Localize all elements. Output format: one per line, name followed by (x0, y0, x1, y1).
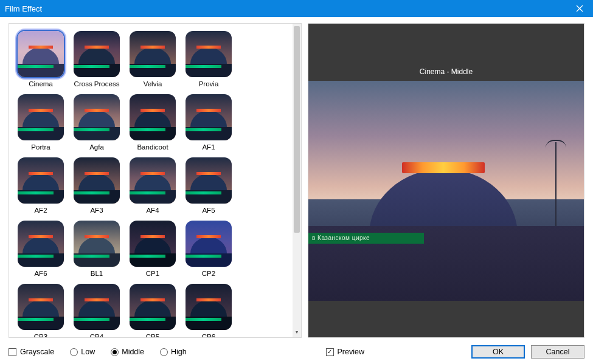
checkbox-icon: ✓ (326, 348, 334, 356)
close-icon (576, 5, 583, 12)
filter-label: Provia (181, 80, 237, 88)
filter-cell[interactable]: AF4 (125, 155, 181, 215)
filter-thumbnail (128, 219, 177, 268)
filter-cell[interactable]: Agfa (69, 92, 125, 151)
preview-image: в Казанском цирке (308, 81, 584, 301)
filter-grid: CinemaCross ProcessVelviaProviaPortraAgf… (9, 24, 293, 337)
checkbox-icon (9, 348, 16, 356)
filter-cell[interactable]: CP5 (125, 281, 181, 337)
filter-grid-panel: CinemaCross ProcessVelviaProviaPortraAgf… (9, 23, 302, 338)
filter-thumbnail (16, 283, 65, 331)
filter-label: Agfa (69, 143, 125, 151)
filter-cell[interactable]: Velvia (125, 29, 181, 88)
title-bar: Film Effect (0, 0, 593, 17)
intensity-middle-label: Middle (122, 348, 144, 356)
filter-label: BL1 (69, 269, 125, 278)
bottom-toolbar: Grayscale Low Middle High ✓ Preview OK C… (9, 345, 584, 359)
filter-label: AF5 (181, 206, 237, 215)
filter-thumbnail (72, 93, 121, 142)
filter-thumbnail (128, 283, 177, 331)
filter-thumbnail (16, 156, 65, 205)
filter-label: Velvia (125, 80, 181, 88)
client-area: CinemaCross ProcessVelviaProviaPortraAgf… (0, 17, 593, 364)
filter-label: AF2 (13, 206, 69, 215)
filter-cell[interactable]: AF3 (69, 155, 125, 215)
preview-caption: Cinema - Middle (420, 67, 473, 76)
filter-thumbnail (184, 219, 233, 268)
filter-label: CP2 (181, 269, 237, 278)
filter-label: Cross Process (69, 80, 125, 88)
close-button[interactable] (566, 0, 593, 17)
preview-checkbox[interactable]: ✓ Preview (326, 348, 364, 356)
cancel-button[interactable]: Cancel (531, 345, 584, 359)
filter-label: CP3 (13, 332, 69, 337)
intensity-high-radio[interactable]: High (160, 348, 187, 356)
filter-thumbnail (128, 156, 177, 205)
filter-cell[interactable]: CP3 (13, 281, 69, 337)
filter-thumbnail (72, 156, 121, 205)
grayscale-checkbox[interactable]: Grayscale (9, 348, 54, 356)
filter-thumbnail (184, 283, 233, 331)
filter-thumbnail (184, 30, 233, 78)
filter-label: Cinema (13, 80, 69, 88)
filter-thumbnail (72, 219, 121, 268)
filter-cell[interactable]: AF5 (181, 155, 237, 215)
filter-cell[interactable]: CP2 (181, 218, 237, 278)
filter-cell[interactable]: Cross Process (69, 29, 125, 88)
filter-thumbnail (72, 283, 121, 331)
radio-icon (111, 348, 119, 356)
filter-cell[interactable]: AF1 (181, 92, 237, 151)
filter-cell[interactable]: CP6 (181, 281, 237, 337)
filter-cell[interactable]: Cinema (13, 29, 69, 88)
vertical-scrollbar[interactable]: ▴ ▾ (293, 24, 301, 337)
grayscale-label: Grayscale (20, 348, 54, 356)
preview-panel: Cinema - Middle в Казанском цирке (308, 23, 584, 338)
filter-thumbnail (128, 93, 177, 142)
filter-label: AF1 (181, 143, 237, 151)
filter-label: AF3 (69, 206, 125, 215)
filter-label: CP4 (69, 332, 125, 337)
filter-thumbnail (16, 30, 65, 78)
filter-cell[interactable]: Provia (181, 29, 237, 88)
intensity-low-label: Low (81, 348, 95, 356)
filter-thumbnail (16, 93, 65, 142)
preview-checkbox-label: Preview (338, 348, 364, 356)
filter-label: AF6 (13, 269, 69, 278)
filter-cell[interactable]: BL1 (69, 218, 125, 278)
scroll-down-arrow-icon[interactable]: ▾ (293, 328, 301, 336)
preview-bottom-letterbox (308, 301, 584, 337)
filter-label: CP6 (181, 332, 237, 337)
filter-cell[interactable]: AF2 (13, 155, 69, 215)
filter-label: Bandicoot (125, 143, 181, 151)
filter-label: CP5 (125, 332, 181, 337)
filter-thumbnail (72, 30, 121, 78)
preview-banner-text: в Казанском цирке (308, 233, 424, 244)
filter-cell[interactable]: CP1 (125, 218, 181, 278)
filter-label: AF4 (125, 206, 181, 215)
ok-button[interactable]: OK (471, 345, 525, 359)
radio-icon (160, 348, 168, 356)
filter-label: CP1 (125, 269, 181, 278)
filter-cell[interactable]: Bandicoot (125, 92, 181, 151)
filter-cell[interactable]: Portra (13, 92, 69, 151)
filter-cell[interactable]: CP4 (69, 281, 125, 337)
radio-icon (70, 348, 78, 356)
filter-thumbnail (16, 219, 65, 268)
preview-top-letterbox: Cinema - Middle (308, 24, 584, 81)
filter-thumbnail (128, 30, 177, 78)
intensity-high-label: High (171, 348, 187, 356)
filter-label: Portra (13, 143, 69, 151)
scrollbar-thumb[interactable] (294, 26, 300, 233)
filter-thumbnail (184, 93, 233, 142)
window-title: Film Effect (5, 4, 42, 13)
intensity-middle-radio[interactable]: Middle (111, 348, 144, 356)
filter-thumbnail (184, 156, 233, 205)
filter-cell[interactable]: AF6 (13, 218, 69, 278)
intensity-low-radio[interactable]: Low (70, 348, 95, 356)
